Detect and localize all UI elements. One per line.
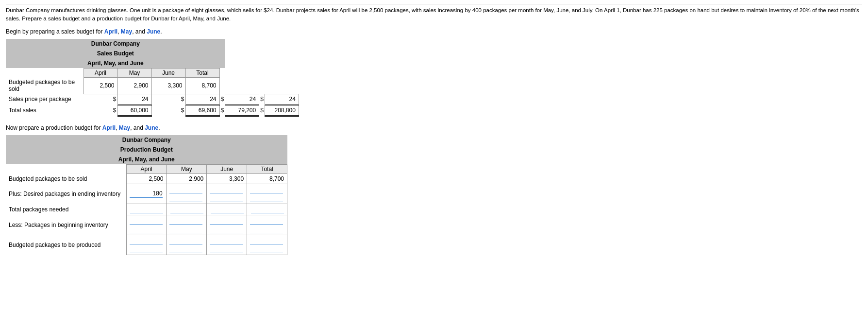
budgeted-packages-row: Budgeted packages to be sold 2,500 2,900… [6,77,299,94]
plus-june-inputs [210,186,244,202]
prod-col-may: May [167,164,207,173]
less-june-cell [207,215,247,235]
price-june: 24 [225,94,259,104]
sales-price-label: Sales price per package [6,94,83,104]
produced-total-inputs [250,237,284,253]
to-be-produced-row: Budgeted packages to be produced [6,235,287,255]
sales-budget-table: Dunbar Company Sales Budget April, May, … [6,39,299,117]
sales-col-headers: April May June Total [6,68,299,77]
produced-april-input2[interactable] [130,245,163,253]
total-sales-june: 79,200 [225,104,259,116]
budgeted-packages-label: Budgeted packages to be sold [6,77,83,94]
prod-col-total: Total [247,164,287,173]
total-sales-april: 60,000 [117,104,151,116]
produced-june-input2[interactable] [210,245,243,253]
produced-june-input[interactable] [210,237,243,244]
sales-title: Sales Budget [6,49,225,58]
plus-may-input2[interactable] [169,194,202,202]
budgeted-total: 8,700 [185,77,219,94]
less-june-inputs [210,217,244,233]
plus-june-cell [207,184,247,204]
less-april-inputs [130,217,164,233]
produced-april-input[interactable] [130,237,163,244]
produced-april-cell [126,235,167,255]
to-be-produced-label: Budgeted packages to be produced [6,235,126,255]
less-june-input2[interactable] [210,225,243,233]
sales-subtitle: April, May, and June [6,58,225,69]
less-april-input2[interactable] [130,225,163,233]
sales-budget-prompt: Begin by preparing a sales budget for Ap… [6,28,862,35]
price-total: 24 [265,94,299,104]
plus-april-inputs [130,190,164,198]
production-budget-prompt: Now prepare a production budget for Apri… [6,124,862,131]
prod-title: Production Budget [6,145,287,155]
prod-budgeted-label: Budgeted packages to be sold [6,173,126,184]
produced-total-input[interactable] [250,237,283,244]
plus-ending-inventory-row: Plus: Desired packages in ending invento… [6,184,287,204]
prod-col-june: June [207,164,247,173]
prod-company: Dunbar Company [6,135,287,145]
sales-company-name: Dunbar Company [6,39,225,49]
less-total-input[interactable] [250,217,283,225]
sales-price-row: Sales price per package $ 24 $ 24 $ 24 $… [6,94,299,104]
total-needed-april-input[interactable] [130,206,163,213]
less-may-cell [167,215,207,235]
less-may-input2[interactable] [169,225,202,233]
total-sales-label: Total sales [6,104,83,116]
intro-text: Dunbar Company manufactures drinking gla… [6,4,862,23]
prod-budgeted-april: 2,500 [126,173,167,184]
less-may-input[interactable] [169,217,202,225]
budgeted-may: 2,900 [117,77,151,94]
total-needed-label: Total packages needed [6,204,126,215]
sales-company-row: Dunbar Company [6,39,299,49]
less-beginning-label: Less: Packages in beginning inventory [6,215,126,235]
total-needed-may-input[interactable] [170,206,203,213]
total-needed-total-input[interactable] [251,206,284,213]
less-beginning-row: Less: Packages in beginning inventory [6,215,287,235]
prod-budgeted-june: 3,300 [207,173,247,184]
produced-june-cell [207,235,247,255]
plus-june-input[interactable] [210,186,243,193]
sales-subtitle-row: April, May, and June [6,58,299,69]
production-budget-table: Dunbar Company Production Budget April, … [6,135,287,255]
total-needed-june-input[interactable] [211,206,244,213]
plus-may-input[interactable] [169,186,202,193]
produced-april-inputs [130,237,164,253]
price-april: 24 [117,94,151,104]
plus-april-cell [126,184,167,204]
less-total-input2[interactable] [250,225,283,233]
total-sales-total: 208,800 [265,104,299,116]
plus-total-inputs [250,186,284,202]
less-june-input[interactable] [210,217,243,225]
prod-company-row: Dunbar Company [6,135,287,145]
less-april-cell [126,215,167,235]
plus-april-input[interactable] [130,190,163,198]
sales-title-row: Sales Budget [6,49,299,58]
prod-subtitle: April, May, and June [6,155,287,165]
plus-total-cell [247,184,287,204]
total-needed-may [167,204,207,215]
total-sales-may: 69,600 [185,104,219,116]
less-total-inputs [250,217,284,233]
col-april: April [83,68,117,77]
produced-may-input[interactable] [169,237,202,244]
prod-budgeted-row: Budgeted packages to be sold 2,500 2,900… [6,173,287,184]
prod-budgeted-may: 2,900 [167,173,207,184]
plus-june-input2[interactable] [210,194,243,202]
budgeted-april: 2,500 [83,77,117,94]
prod-budgeted-total: 8,700 [247,173,287,184]
produced-total-input2[interactable] [250,245,283,253]
plus-total-input[interactable] [250,186,283,193]
plus-total-input2[interactable] [250,194,283,202]
total-needed-june [207,204,247,215]
price-may: 24 [185,94,219,104]
produced-may-input2[interactable] [169,245,202,253]
produced-may-inputs [169,237,203,253]
produced-june-inputs [210,237,244,253]
total-needed-april [126,204,167,215]
plus-ending-label: Plus: Desired packages in ending invento… [6,184,126,204]
less-april-input[interactable] [130,217,163,225]
col-total: Total [185,68,219,77]
prod-col-headers: April May June Total [6,164,287,173]
col-june: June [151,68,185,77]
